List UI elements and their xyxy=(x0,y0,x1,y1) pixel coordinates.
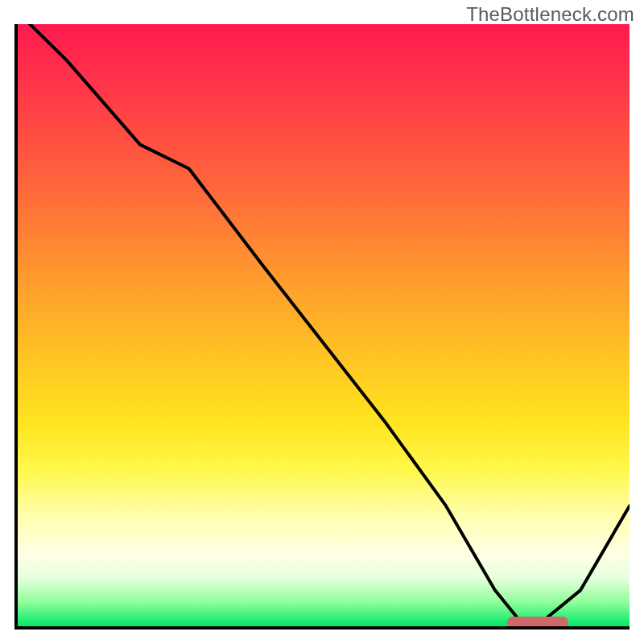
chart-container: TheBottleneck.com xyxy=(0,0,644,644)
curve-svg xyxy=(18,24,630,626)
watermark-text: TheBottleneck.com xyxy=(466,3,634,26)
optimal-range-marker xyxy=(507,617,568,628)
plot-area xyxy=(14,24,630,630)
bottleneck-curve xyxy=(18,24,630,621)
